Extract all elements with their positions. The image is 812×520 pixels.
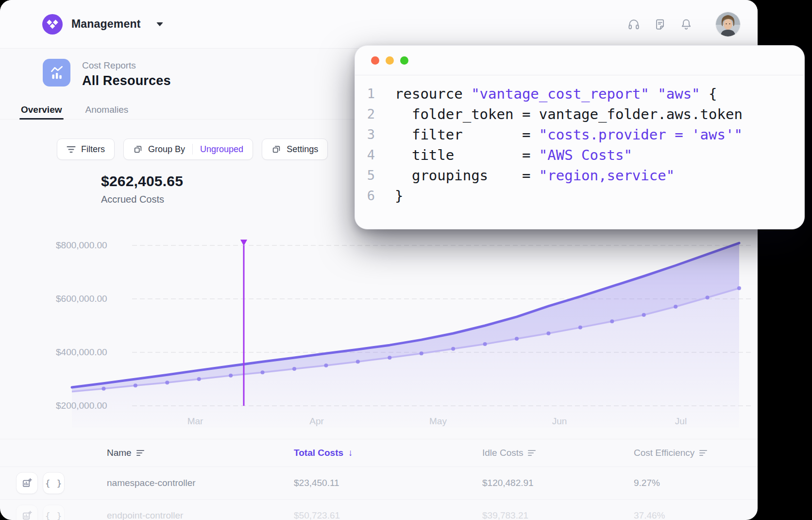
line-number: 3 <box>366 124 375 145</box>
data-point <box>483 342 487 346</box>
x-axis-month-label: Jul <box>675 416 687 427</box>
data-point <box>261 370 265 374</box>
filters-button[interactable]: Filters <box>57 139 115 160</box>
data-point <box>642 313 646 317</box>
cost-efficiency-value: 9.27% <box>634 478 660 488</box>
chart-add-icon <box>21 510 33 520</box>
data-point <box>324 364 328 367</box>
code-text: filter = "costs.provider = 'aws'" <box>395 124 743 145</box>
code-text: } <box>395 186 403 206</box>
sort-icon <box>136 450 145 456</box>
table-header-row: Name Total Costs ↓ Idle Costs Cost Effic… <box>0 439 758 467</box>
line-number: 2 <box>366 104 375 124</box>
column-header-cost-efficiency[interactable]: Cost Efficiency <box>634 448 708 458</box>
data-point <box>134 383 137 387</box>
data-point <box>420 351 423 355</box>
data-point <box>578 326 582 329</box>
resource-name: endpoint-controller <box>107 510 183 520</box>
cost-efficiency-value: 37.46% <box>634 510 665 520</box>
column-header-idle-costs[interactable]: Idle Costs <box>482 448 536 458</box>
open-report-chart-button[interactable] <box>16 472 38 494</box>
column-header-name[interactable]: Name <box>107 448 145 458</box>
sort-icon <box>699 450 708 456</box>
breadcrumb: Cost Reports <box>82 60 171 71</box>
support-headphones-icon[interactable] <box>627 18 640 31</box>
notes-icon[interactable] <box>654 18 666 31</box>
code-line: 2 folder_token = vantage_folder.aws.toke… <box>366 104 804 124</box>
stat-label: Accrued Costs <box>101 194 183 205</box>
bar-line-chart-icon <box>49 65 65 81</box>
divider <box>192 144 193 155</box>
stage: Management <box>0 0 812 520</box>
line-number: 5 <box>366 165 375 186</box>
code-line: 6} <box>366 186 804 206</box>
data-point <box>165 381 169 384</box>
data-point <box>229 374 233 378</box>
code-text: resource "vantage_cost_report" "aws" { <box>395 84 717 104</box>
total-costs-value: $23,450.11 <box>294 478 339 488</box>
close-button[interactable] <box>371 56 379 65</box>
cost-report-icon <box>43 59 70 87</box>
workspace-switcher[interactable]: Management <box>42 14 163 35</box>
code-text: groupings = "region,service" <box>395 165 675 186</box>
vantage-logo-icon <box>42 14 63 35</box>
idle-costs-value: $39,783.21 <box>482 510 528 520</box>
notifications-bell-icon[interactable] <box>680 18 693 31</box>
area-fill <box>72 243 739 428</box>
group-by-button[interactable]: Group By Ungrouped <box>123 139 253 160</box>
y-axis-tick-label: $800,000.00 <box>56 240 107 251</box>
tab-anomalies[interactable]: Anomalies <box>85 101 129 119</box>
open-report-chart-button[interactable] <box>16 505 38 520</box>
line-number: 6 <box>366 186 375 206</box>
data-point <box>674 305 677 309</box>
chart-add-icon <box>21 478 33 489</box>
x-axis-month-label: Jun <box>552 416 567 427</box>
data-point <box>706 295 710 299</box>
resources-table: Name Total Costs ↓ Idle Costs Cost Effic… <box>0 439 758 520</box>
table-row[interactable]: { } namespace-controller $23,450.11 $120… <box>0 467 758 500</box>
data-point <box>451 347 455 351</box>
settings-label: Settings <box>287 144 318 155</box>
view-code-button[interactable]: { } <box>43 505 65 520</box>
data-point <box>546 331 550 335</box>
minimize-button[interactable] <box>386 56 394 65</box>
resource-name: namespace-controller <box>107 478 196 488</box>
code-line: 3 filter = "costs.provider = 'aws'" <box>366 124 804 145</box>
code-text: folder_token = vantage_folder.aws.token <box>395 104 743 124</box>
data-point <box>388 356 391 360</box>
data-point <box>356 360 360 364</box>
data-point <box>102 387 105 391</box>
x-axis-month-label: Mar <box>187 416 203 427</box>
user-avatar[interactable] <box>716 12 740 36</box>
group-stack-icon <box>133 144 143 154</box>
chart-toolbar: Filters Group By Ungrouped <box>57 139 328 160</box>
page-title: All Resources <box>82 73 171 88</box>
stat-value: $262,405.65 <box>101 173 183 190</box>
braces-icon: { } <box>45 478 63 488</box>
code-editor[interactable]: 1resource "vantage_cost_report" "aws" {2… <box>355 75 804 206</box>
y-axis-tick-label: $400,000.00 <box>56 347 107 358</box>
view-code-button[interactable]: { } <box>43 472 65 494</box>
tab-overview[interactable]: Overview <box>21 101 62 119</box>
filter-icon <box>67 146 76 153</box>
y-axis-tick-label: $200,000.00 <box>56 400 107 411</box>
code-text: title = "AWS Costs" <box>395 145 632 165</box>
y-axis-tick-label: $600,000.00 <box>56 294 107 304</box>
accrued-costs-stat: $262,405.65 Accrued Costs <box>101 173 183 205</box>
code-line: 5 groupings = "region,service" <box>366 165 804 186</box>
code-line: 4 title = "AWS Costs" <box>366 145 804 165</box>
total-costs-value: $50,723.61 <box>294 510 340 520</box>
zoom-button[interactable] <box>400 56 408 65</box>
x-axis-month-label: Apr <box>309 416 324 427</box>
code-line: 1resource "vantage_cost_report" "aws" { <box>366 84 804 104</box>
workspace-name: Management <box>71 17 141 31</box>
data-point <box>737 286 741 290</box>
sort-icon <box>528 450 536 456</box>
data-point <box>515 337 519 341</box>
code-editor-window: 1resource "vantage_cost_report" "aws" {2… <box>355 45 805 229</box>
column-header-total-costs[interactable]: Total Costs ↓ <box>294 448 353 458</box>
window-titlebar <box>355 46 804 75</box>
settings-button[interactable]: Settings <box>262 139 328 160</box>
table-row[interactable]: { } endpoint-controller $50,723.61 $39,7… <box>0 500 758 520</box>
cost-line-chart <box>0 219 758 428</box>
